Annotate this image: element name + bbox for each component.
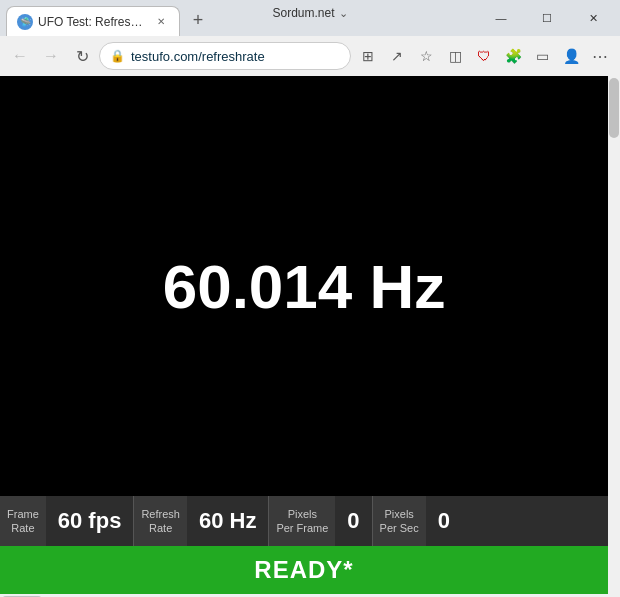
share-icon-btn[interactable]: ↗ <box>383 42 411 70</box>
tab-close-icon[interactable]: ✕ <box>153 14 169 30</box>
stat-value-pixelsperframe: 0 <box>335 508 371 534</box>
toolbar-icons: ⊞ ↗ ☆ ◫ 🛡 🧩 ▭ 👤 ⋯ <box>354 42 614 70</box>
sordum-chevron: ⌄ <box>339 7 348 20</box>
forward-button[interactable]: → <box>37 42 65 70</box>
scroll-thumb[interactable] <box>609 78 619 138</box>
window-controls: — ☐ ✕ <box>478 0 616 36</box>
vertical-scrollbar[interactable] <box>608 76 620 594</box>
address-field[interactable]: 🔒 testufo.com/refreshrate <box>99 42 351 70</box>
sidebar-icon-btn[interactable]: ▭ <box>528 42 556 70</box>
stat-value-refreshrate: 60 Hz <box>187 508 268 534</box>
content-area: 60.014 Hz FrameRate 60 fps RefreshRate 6… <box>0 76 608 597</box>
maximize-button[interactable]: ☐ <box>524 2 570 34</box>
stat-label-pixelsperframe: PixelsPer Frame <box>269 496 335 546</box>
lock-icon: 🔒 <box>110 49 125 63</box>
close-button[interactable]: ✕ <box>570 2 616 34</box>
menu-icon-btn[interactable]: ⋯ <box>586 42 614 70</box>
webpage-viewport: 60.014 Hz <box>0 76 608 496</box>
address-bar-row: ← → ↻ 🔒 testufo.com/refreshrate ⊞ ↗ ☆ ◫ … <box>0 36 620 76</box>
stat-item-pixelsperframe: PixelsPer Frame 0 <box>269 496 372 546</box>
puzzle-icon-btn[interactable]: 🧩 <box>499 42 527 70</box>
stat-value-pixelspersec: 0 <box>426 508 462 534</box>
tab-title: UFO Test: Refresh Rate <box>38 15 148 29</box>
collections-icon-btn[interactable]: ◫ <box>441 42 469 70</box>
stat-item-pixelspersec: PixelsPer Sec 0 <box>373 496 462 546</box>
address-text: testufo.com/refreshrate <box>131 49 265 64</box>
stat-item-refreshrate: RefreshRate 60 Hz <box>134 496 269 546</box>
extensions-icon-btn[interactable]: 🛡 <box>470 42 498 70</box>
sordum-info: Sordum.net ⌄ <box>272 6 347 20</box>
hz-display: 60.014 Hz <box>163 251 446 322</box>
new-tab-button[interactable]: + <box>184 6 212 34</box>
stat-label-pixelspersec: PixelsPer Sec <box>373 496 426 546</box>
stat-label-refreshrate: RefreshRate <box>134 496 187 546</box>
translate-icon-btn[interactable]: ⊞ <box>354 42 382 70</box>
back-button[interactable]: ← <box>6 42 34 70</box>
ready-label: READY* <box>254 556 353 584</box>
profile-icon-btn[interactable]: 👤 <box>557 42 585 70</box>
tab-row: 🛸 UFO Test: Refresh Rate ✕ + Sordum.net … <box>0 0 620 36</box>
favorites-icon-btn[interactable]: ☆ <box>412 42 440 70</box>
stat-item-framerate: FrameRate 60 fps <box>0 496 134 546</box>
refresh-button[interactable]: ↻ <box>68 42 96 70</box>
tab-favicon: 🛸 <box>17 14 33 30</box>
browser-window: 🛸 UFO Test: Refresh Rate ✕ + Sordum.net … <box>0 0 620 597</box>
stat-label-framerate: FrameRate <box>0 496 46 546</box>
minimize-button[interactable]: — <box>478 2 524 34</box>
stats-bar: FrameRate 60 fps RefreshRate 60 Hz Pixel… <box>0 496 608 546</box>
active-tab[interactable]: 🛸 UFO Test: Refresh Rate ✕ <box>6 6 180 36</box>
ready-bar[interactable]: READY* <box>0 546 608 594</box>
stat-value-framerate: 60 fps <box>46 508 134 534</box>
sordum-label: Sordum.net <box>272 6 334 20</box>
